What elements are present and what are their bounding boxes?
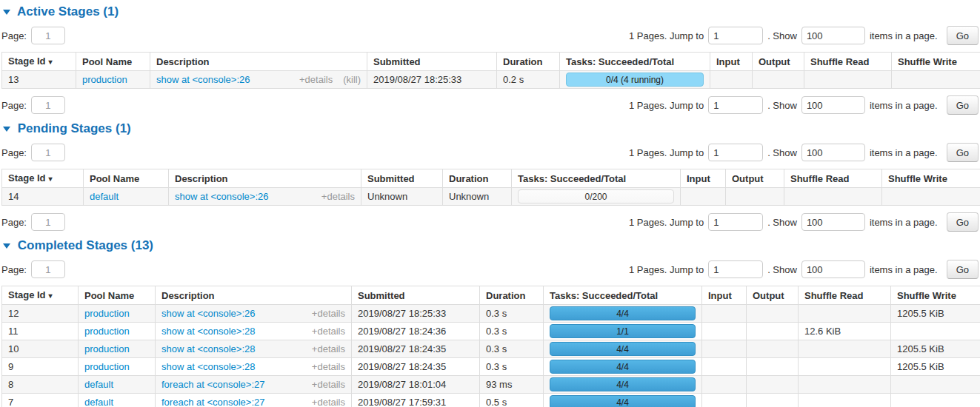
column-header-tasks-succeeded-total[interactable]: Tasks: Succeeded/Total	[512, 169, 681, 188]
description-link[interactable]: show at <console>:28	[161, 326, 255, 337]
pool-link[interactable]: default	[84, 397, 113, 407]
jump-to-page-input[interactable]	[708, 213, 763, 231]
jump-to-page-input[interactable]	[708, 96, 763, 114]
details-link[interactable]: +details	[312, 308, 345, 319]
pool-link[interactable]: default	[90, 191, 119, 202]
column-header-output[interactable]: Output	[747, 286, 799, 305]
go-button[interactable]: Go	[947, 95, 979, 115]
pool-link[interactable]: production	[84, 308, 130, 319]
column-header-input[interactable]: Input	[681, 169, 726, 188]
section-title: Active Stages (1)	[17, 4, 119, 18]
column-header-stage-id[interactable]: Stage Id▾	[2, 53, 76, 71]
column-header-tasks-succeeded-total[interactable]: Tasks: Succeeded/Total	[560, 53, 710, 71]
pool-link[interactable]: production	[84, 343, 130, 354]
column-header-output[interactable]: Output	[753, 53, 804, 71]
go-button[interactable]: Go	[947, 143, 979, 162]
column-header-pool-name[interactable]: Pool Name	[76, 53, 150, 71]
column-header-duration[interactable]: Duration	[443, 169, 512, 188]
column-header-description[interactable]: Description	[169, 169, 361, 188]
jump-to-page-input[interactable]	[708, 260, 763, 278]
column-header-stage-id[interactable]: Stage Id▾	[2, 169, 84, 188]
page-number-input[interactable]	[31, 260, 65, 278]
column-header-description[interactable]: Description	[156, 286, 352, 305]
table-row: 11productionshow at <console>:28+details…	[2, 323, 980, 340]
details-link[interactable]: +details	[312, 343, 345, 354]
column-header-description[interactable]: Description	[150, 53, 367, 71]
section-header[interactable]: Completed Stages (13)	[3, 238, 979, 253]
details-link[interactable]: +details	[312, 397, 345, 407]
show-items-input[interactable]	[801, 144, 865, 161]
column-header-shuffle-read[interactable]: Shuffle Read	[784, 169, 882, 188]
column-header-output[interactable]: Output	[726, 169, 784, 188]
shuffle-read-cell	[799, 340, 891, 358]
page-number-input[interactable]	[31, 96, 65, 114]
show-items-input[interactable]	[801, 260, 865, 278]
description-link[interactable]: show at <console>:28	[161, 361, 255, 372]
column-header-shuffle-read[interactable]: Shuffle Read	[799, 286, 891, 305]
column-header-shuffle-write[interactable]: Shuffle Write	[891, 286, 980, 305]
show-items-input[interactable]	[801, 213, 865, 231]
details-link[interactable]: +details	[299, 74, 333, 85]
pool-link[interactable]: production	[84, 326, 130, 337]
description-link[interactable]: show at <console>:26	[156, 74, 250, 85]
description-actions: +details	[312, 343, 345, 354]
column-header-shuffle-read[interactable]: Shuffle Read	[804, 53, 892, 71]
description-link[interactable]: show at <console>:26	[161, 308, 255, 319]
column-header-shuffle-write[interactable]: Shuffle Write	[892, 53, 980, 71]
page-number-input[interactable]	[31, 27, 65, 44]
column-header-duration[interactable]: Duration	[497, 53, 560, 71]
pool-cell: production	[79, 323, 156, 340]
items-per-page-text: items in a page.	[870, 100, 938, 111]
column-header-submitted[interactable]: Submitted	[367, 53, 497, 71]
pool-link[interactable]: default	[84, 379, 113, 390]
stage-id-cell: 12	[2, 305, 79, 323]
column-label: Input	[708, 290, 732, 301]
show-items-input[interactable]	[801, 27, 865, 44]
column-header-submitted[interactable]: Submitted	[352, 286, 480, 305]
column-header-stage-id[interactable]: Stage Id▾	[2, 286, 79, 305]
table-header-row: Stage Id▾Pool NameDescriptionSubmittedDu…	[2, 169, 980, 188]
column-header-submitted[interactable]: Submitted	[361, 169, 443, 188]
show-text: . Show	[767, 100, 797, 111]
description-content: show at <console>:26+details(kill)	[156, 74, 361, 85]
details-link[interactable]: +details	[321, 191, 355, 202]
column-label: Submitted	[358, 290, 405, 301]
pool-link[interactable]: production	[84, 361, 130, 372]
description-link[interactable]: foreach at <console>:27	[161, 397, 265, 407]
section-header[interactable]: Pending Stages (1)	[3, 121, 979, 136]
show-items-input[interactable]	[801, 96, 865, 114]
page-number-input[interactable]	[31, 213, 65, 231]
jump-to-page-input[interactable]	[708, 144, 763, 161]
details-link[interactable]: +details	[312, 361, 345, 372]
duration-cell: 93 ms	[480, 376, 544, 394]
page-label: Page:	[1, 100, 27, 111]
details-link[interactable]: +details	[312, 326, 345, 337]
tasks-cell: 4/4	[544, 358, 702, 376]
column-header-tasks-succeeded-total[interactable]: Tasks: Succeeded/Total	[544, 286, 702, 305]
column-header-shuffle-write[interactable]: Shuffle Write	[882, 169, 980, 188]
description-link[interactable]: show at <console>:26	[175, 191, 268, 202]
output-cell	[747, 376, 799, 394]
page-number-input[interactable]	[31, 144, 65, 161]
details-link[interactable]: +details	[312, 379, 345, 390]
column-header-input[interactable]: Input	[710, 53, 753, 71]
table-header-row: Stage Id▾Pool NameDescriptionSubmittedDu…	[2, 286, 980, 305]
description-link[interactable]: foreach at <console>:27	[161, 379, 265, 390]
jump-to-page-input[interactable]	[708, 27, 763, 44]
tasks-progress-label: 4/4	[616, 309, 629, 319]
column-header-pool-name[interactable]: Pool Name	[79, 286, 156, 305]
go-button[interactable]: Go	[947, 26, 979, 45]
description-link[interactable]: show at <console>:28	[161, 343, 255, 354]
column-header-pool-name[interactable]: Pool Name	[84, 169, 169, 188]
pool-link[interactable]: production	[82, 74, 127, 85]
go-button[interactable]: Go	[947, 260, 979, 279]
stage-table: Stage Id▾Pool NameDescriptionSubmittedDu…	[1, 169, 980, 206]
section-header[interactable]: Active Stages (1)	[3, 4, 979, 19]
column-header-input[interactable]: Input	[702, 286, 747, 305]
tasks-progress-label: 1/1	[616, 326, 629, 337]
table-row: 10productionshow at <console>:28+details…	[2, 340, 980, 358]
stage-id-cell: 8	[2, 376, 79, 394]
go-button[interactable]: Go	[947, 212, 979, 232]
column-header-duration[interactable]: Duration	[480, 286, 544, 305]
kill-link[interactable]: (kill)	[343, 74, 361, 85]
